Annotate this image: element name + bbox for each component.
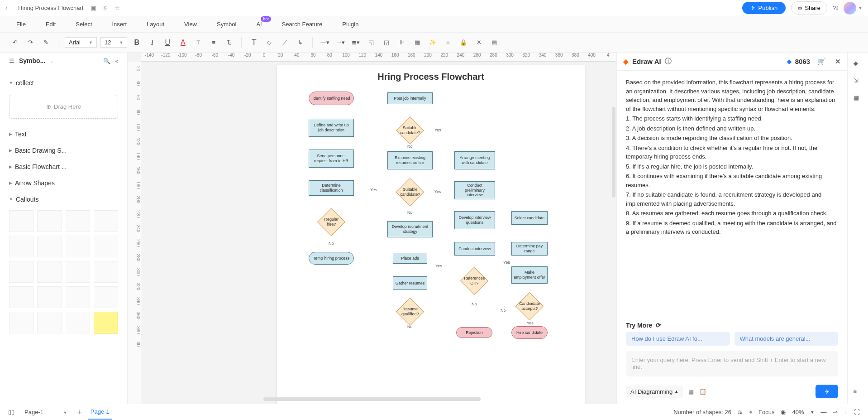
focus-target-icon[interactable]: ⌖ <box>749 409 752 416</box>
avatar[interactable] <box>844 2 856 14</box>
tools-icon[interactable]: ✕ <box>473 37 485 48</box>
close-icon[interactable]: ✕ <box>835 58 841 66</box>
undo-icon[interactable]: ↶ <box>9 37 21 48</box>
node-define-job[interactable]: Define and write up job description <box>309 119 354 137</box>
menu-insert[interactable]: Insert <box>112 21 127 28</box>
caret-down-icon[interactable]: ▼ <box>810 410 814 415</box>
drag-here-zone[interactable]: ⊕ Drag Here <box>9 95 118 119</box>
layers-icon[interactable]: ≋ <box>738 409 743 415</box>
menu-view[interactable]: View <box>184 21 197 28</box>
callout-shape[interactable] <box>66 210 90 232</box>
collapse-icon[interactable]: « <box>115 58 118 64</box>
font-size-select[interactable]: 12 ▼ <box>100 37 127 48</box>
node-arrange-meeting[interactable]: Arrange meeting with candidate <box>454 151 495 169</box>
callout-shape[interactable] <box>94 286 118 308</box>
import-icon[interactable]: ⇲ <box>854 77 863 86</box>
cat-basic-drawing[interactable]: ▶Basic Drawing S... <box>9 142 118 159</box>
cart-icon[interactable]: 🛒 <box>817 58 826 66</box>
menu-select[interactable]: Select <box>76 21 92 28</box>
node-pay-range[interactable]: Determine pay range <box>511 242 548 256</box>
node-post-internal[interactable]: Post job internally <box>387 92 433 104</box>
font-color-icon[interactable]: A <box>177 37 189 48</box>
image-icon[interactable]: ▦ <box>411 37 423 48</box>
refresh-icon[interactable]: ⟳ <box>656 322 661 329</box>
callout-shape[interactable] <box>37 286 62 308</box>
node-rejection[interactable]: Rejection <box>456 327 492 338</box>
line-spacing-icon[interactable]: ⇅ <box>223 37 235 48</box>
callout-shape[interactable] <box>37 236 62 257</box>
layer-front-icon[interactable]: ◲ <box>381 37 392 48</box>
chip-suggestion[interactable]: What models are general... <box>734 332 839 346</box>
node-gather-resumes[interactable]: Gather resumes <box>393 276 427 290</box>
callout-shape[interactable] <box>37 210 62 232</box>
node-hire-candidate[interactable]: Hire candidate <box>511 326 548 339</box>
clipboard-icon[interactable]: 📋 <box>699 388 706 395</box>
canvas-area[interactable]: -140-120-100-80-60-40-200204060801001201… <box>128 53 616 404</box>
format-painter-icon[interactable]: ✎ <box>40 37 52 48</box>
line-style-icon[interactable]: —▾ <box>319 37 331 48</box>
cat-collect[interactable]: ▼collect <box>9 75 118 91</box>
attach-icon[interactable]: ▦ <box>688 388 694 395</box>
node-conduct-interview[interactable]: Conduct interview <box>454 242 495 256</box>
canvas-scrollbar-horizontal[interactable] <box>263 397 481 401</box>
font-select[interactable]: Arial ▼ <box>65 37 97 48</box>
layer-back-icon[interactable]: ◱ <box>365 37 377 48</box>
zoom-out-icon[interactable]: — <box>820 409 826 415</box>
menu-file[interactable]: File <box>16 21 26 28</box>
dropdown-caret-icon[interactable]: ⌄ <box>50 58 53 63</box>
export-icon[interactable]: ⎘ <box>104 5 107 11</box>
underline-icon[interactable]: U <box>162 37 173 48</box>
search-icon[interactable]: 🔍 <box>103 58 110 64</box>
settings-icon[interactable]: ≡ <box>854 388 863 397</box>
arrow-style-icon[interactable]: →▾ <box>334 37 346 48</box>
node-send-hr[interactable]: Send personnel request from to HR <box>309 150 354 168</box>
node-references-ok[interactable]: References OK? <box>460 267 488 295</box>
share-button[interactable]: ∞ Share <box>791 1 827 14</box>
node-determine-class[interactable]: Determine classification <box>309 180 354 196</box>
node-temp-hiring[interactable]: Temp hiring process <box>309 252 354 265</box>
send-button[interactable]: ✈ <box>816 385 838 398</box>
callout-shape[interactable] <box>9 236 33 257</box>
ai-mode-dropdown[interactable]: AI Diagramming ▲ <box>626 386 683 398</box>
callout-shape[interactable] <box>94 210 118 232</box>
text-tool-icon[interactable]: T <box>248 37 260 48</box>
fullscreen-icon[interactable]: ⛶ <box>854 409 860 415</box>
play-icon[interactable]: ◉ <box>781 409 786 415</box>
callout-shape[interactable] <box>37 261 62 283</box>
node-develop-questions[interactable]: Develop interview questions <box>454 211 495 229</box>
callout-shape[interactable] <box>94 312 118 333</box>
publish-button[interactable]: ✈ Publish <box>742 2 786 14</box>
star-icon[interactable]: ☆ <box>114 5 120 11</box>
info-icon[interactable]: ⓘ <box>665 57 672 66</box>
callout-shape[interactable] <box>66 236 90 257</box>
lock-icon[interactable]: 🔒 <box>458 37 469 48</box>
bold-icon[interactable]: B <box>131 37 143 48</box>
node-regular-hire[interactable]: Regular hire? <box>317 208 345 236</box>
text-style-icon[interactable]: T <box>192 37 204 48</box>
zoom-in-icon[interactable]: + <box>844 409 848 415</box>
library-icon[interactable]: ☰ <box>9 58 14 64</box>
node-place-ads[interactable]: Place ads <box>393 253 427 264</box>
callout-shape[interactable] <box>66 312 90 333</box>
ai-query-input[interactable]: Enter your query here. Press Enter to se… <box>626 351 838 377</box>
menu-layout[interactable]: Layout <box>147 21 164 28</box>
callout-shape[interactable] <box>9 261 33 283</box>
connector-icon[interactable]: ↳ <box>294 37 306 48</box>
effects-icon[interactable]: ✨ <box>427 37 439 48</box>
node-make-offer[interactable]: Make employment offer <box>511 266 548 284</box>
node-examine-resumes[interactable]: Examine existing resumes on fire <box>387 151 433 169</box>
page-icon[interactable]: ▣ <box>91 5 96 11</box>
cat-basic-flowchart[interactable]: ▶Basic Flowchart ... <box>9 159 118 175</box>
callout-shape[interactable] <box>9 286 33 308</box>
node-develop-recruitment[interactable]: Develop recruitment strategy <box>387 221 433 237</box>
theme-icon[interactable]: ◆ <box>854 60 863 69</box>
cat-arrow-shapes[interactable]: ▶Arrow Shapes <box>9 175 118 191</box>
node-suitable2[interactable]: Suitable candidate? <box>396 178 424 206</box>
node-preliminary-interview[interactable]: Conduct preliminary interview <box>454 181 495 199</box>
redo-icon[interactable]: ↷ <box>24 37 36 48</box>
fill-icon[interactable]: ◇ <box>263 37 275 48</box>
line-color-icon[interactable]: ／ <box>279 37 291 48</box>
callout-shape[interactable] <box>9 312 33 333</box>
callout-shape[interactable] <box>66 261 90 283</box>
node-candidate-accepts[interactable]: Candiadate accepts? <box>515 292 544 320</box>
